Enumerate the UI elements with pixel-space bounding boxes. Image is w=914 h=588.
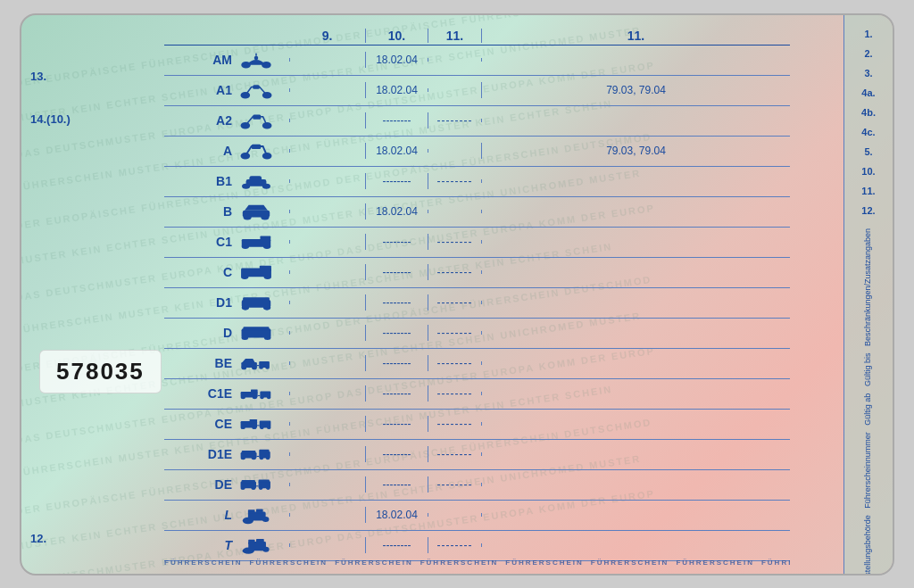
svg-rect-35	[243, 327, 269, 330]
sidebar-num-4c: 4c.	[861, 127, 875, 137]
vehicle-icon	[236, 79, 289, 102]
footer-text-item: FÜHRERSCHEIN	[335, 559, 413, 567]
footer-text-item: FÜHRERSCHEIN	[250, 559, 328, 567]
cat-label: B	[223, 204, 232, 219]
cell-col11b	[481, 179, 790, 183]
cat-label: C1E	[208, 386, 232, 401]
svg-point-42	[265, 366, 270, 369]
cat-label: D	[223, 326, 232, 340]
header-col9: 9.	[289, 29, 365, 43]
cell-col10: 18.02.04	[365, 507, 428, 523]
cell-col11a: --------	[428, 446, 481, 462]
cell-col11a: --------	[428, 112, 481, 128]
cat-label: DE	[215, 477, 232, 492]
table-rows: AM 18.02.04 A1 18.02.04	[164, 46, 790, 561]
cat-label: CE	[215, 417, 232, 431]
sidebar-num-3: 3.	[864, 68, 872, 79]
table-row: AM 18.02.04	[164, 46, 790, 76]
cell-col11b	[481, 543, 790, 547]
vehicle-icon	[236, 382, 289, 405]
table-row: B1 -------- --------	[164, 167, 790, 197]
svg-rect-85	[256, 539, 264, 544]
cell-col9	[289, 58, 365, 62]
vehicle-icon	[236, 109, 289, 132]
cell-col11b	[481, 210, 790, 213]
svg-point-58	[267, 427, 270, 429]
card-content: 13. 14.(10.) 578035 12. 9. 10. 11. 11.	[21, 15, 893, 574]
cell-col9	[289, 331, 365, 335]
footer-text-item: FÜHRERSCHEIN	[505, 559, 584, 567]
table-header: 9. 10. 11. 11.	[164, 29, 790, 46]
footer-text-item: FÜHRERSCHEIN	[420, 559, 499, 567]
table-row: CE -------- --------	[164, 410, 790, 440]
footer-text-item: FÜHRERSCHEIN	[164, 559, 243, 567]
svg-rect-46	[251, 389, 258, 393]
vehicle-icon	[236, 321, 289, 344]
cell-col9	[289, 119, 365, 122]
table-row: C -------- --------	[164, 258, 790, 288]
main-area: 13. 14.(10.) 578035 12. 9. 10. 11. 11.	[21, 15, 843, 574]
cell-col9	[289, 513, 365, 517]
cat-label: D1E	[208, 447, 232, 461]
sidebar-num-4b: 4b.	[861, 107, 876, 118]
vehicle-icon	[236, 261, 289, 284]
cat-label: A1	[216, 83, 232, 97]
svg-point-7	[241, 122, 251, 129]
svg-rect-80	[256, 509, 263, 514]
svg-rect-81	[248, 509, 255, 514]
license-card: DER EUROPÄISCHE FÜHRERSCHEIN DEUTSCHMOD …	[20, 13, 894, 576]
cell-col11a: --------	[428, 325, 481, 341]
sidebar-labels: Name Vorname Geburtsdatum und -ort Ausst…	[863, 228, 874, 576]
vehicle-icon	[236, 443, 289, 466]
cell-col10: --------	[365, 112, 428, 128]
table-row: T -------- --------	[164, 531, 790, 561]
header-col10: 10.	[365, 29, 428, 43]
label-14: 14.(10.)	[30, 112, 71, 128]
cell-col11a	[428, 58, 481, 62]
cell-col10: --------	[365, 416, 428, 432]
cell-col10: --------	[365, 446, 428, 462]
cell-col10: --------	[365, 173, 428, 189]
cat-label: T	[224, 538, 232, 552]
cell-col10: 18.02.04	[365, 82, 428, 98]
cell-col10: --------	[365, 264, 428, 280]
vehicle-icon	[236, 48, 289, 71]
svg-point-41	[259, 366, 263, 369]
cell-col11a: --------	[428, 264, 481, 280]
cell-col9	[289, 543, 365, 547]
vehicle-icon	[236, 200, 289, 223]
vehicle-icon	[236, 230, 289, 253]
vehicle-icon	[236, 352, 289, 375]
cell-col10: --------	[365, 234, 428, 250]
cell-col9	[289, 422, 365, 426]
cat-label: A	[223, 144, 232, 158]
cat-label: B1	[216, 174, 232, 188]
svg-point-49	[260, 396, 263, 399]
cell-col11b	[481, 301, 790, 304]
cell-col11b	[481, 119, 790, 122]
table-row: D1E -------- --------	[164, 440, 790, 470]
cell-col9	[289, 270, 365, 274]
table-row: C1 -------- --------	[164, 228, 790, 258]
cell-col11b: 79.03, 79.04	[481, 143, 790, 159]
svg-point-67	[266, 457, 270, 460]
cell-col11a	[428, 149, 481, 153]
sidebar-num-11: 11.	[861, 186, 875, 196]
svg-rect-19	[243, 211, 270, 218]
svg-rect-12	[252, 145, 262, 149]
cell-col10: --------	[365, 325, 428, 341]
svg-rect-74	[259, 480, 270, 483]
svg-rect-65	[259, 450, 269, 452]
sidebar-num-5: 5.	[864, 146, 872, 157]
cat-label: AM	[212, 53, 232, 67]
cell-col11a: --------	[428, 476, 481, 493]
cell-col11b: 79.03, 79.04	[481, 82, 790, 98]
cell-col11a: --------	[428, 416, 481, 432]
cell-col10: 18.02.04	[365, 143, 428, 159]
vehicle-icon	[236, 291, 289, 314]
id-number-badge: 578035	[39, 350, 162, 393]
right-sidebar: 1. 2. 3. 4a. 4b. 4c. 5. 10. 11. 12. Name…	[843, 15, 893, 574]
cell-col9	[289, 210, 365, 213]
table-row: A2 -------- --------	[164, 106, 790, 137]
cell-col11b	[481, 513, 790, 517]
